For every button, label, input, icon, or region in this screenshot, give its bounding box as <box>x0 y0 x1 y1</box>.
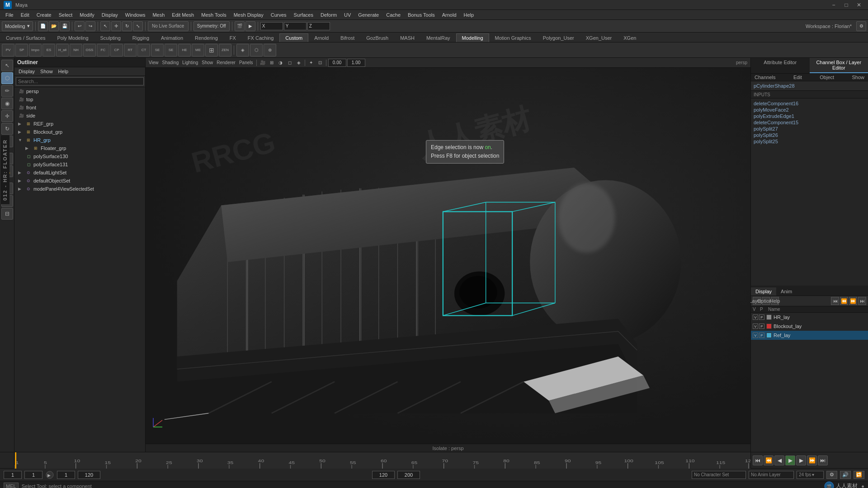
outliner-item-side[interactable]: 🎥 side <box>14 112 145 120</box>
menu-windows[interactable]: Windows <box>122 11 149 19</box>
outliner-item-model-panel-set[interactable]: ▶ ⊙ modelPanel4ViewSelectedSet <box>14 185 145 193</box>
maximize-button[interactable]: □ <box>841 1 852 9</box>
outliner-search-input[interactable] <box>16 77 144 85</box>
vp-texture-btn[interactable]: ◈ <box>295 59 303 67</box>
menu-uv[interactable]: UV <box>340 11 354 19</box>
shelf-tab-mash[interactable]: MASH <box>394 33 420 42</box>
play-first-btn[interactable]: ⏮ <box>753 455 763 465</box>
menu-generate[interactable]: Generate <box>354 11 382 19</box>
symmetry-btn[interactable]: Symmetry: Off <box>193 21 230 31</box>
cb-object-menu[interactable]: Object <box>818 75 836 80</box>
shelf-icon-sp[interactable]: SP <box>15 44 28 56</box>
layer-vis-blockout[interactable]: V <box>753 324 758 329</box>
menu-file[interactable]: File <box>2 11 17 19</box>
select-tool[interactable]: ↖ <box>1 60 13 71</box>
shelf-icon-zen[interactable]: ZEN <box>219 44 231 56</box>
shelf-tab-poly[interactable]: Poly Modeling <box>51 33 94 42</box>
menu-surfaces[interactable]: Surfaces <box>290 11 317 19</box>
lasso-tool[interactable]: ⬡ <box>1 72 13 84</box>
range-end-field-2[interactable] <box>372 471 395 479</box>
shelf-tab-rigging[interactable]: Rigging <box>127 33 155 42</box>
vp-panels-menu[interactable]: Panels <box>238 59 255 67</box>
vp-isolate-btn[interactable]: ⊡ <box>316 59 324 67</box>
attr-row-6[interactable]: polySplit26 <box>754 132 865 138</box>
y-coord[interactable]: Y <box>284 22 307 30</box>
play-last-btn[interactable]: ⏭ <box>818 455 828 465</box>
outliner-item-default-object-set[interactable]: ▶ ⊙ defaultObjectSet <box>14 177 145 185</box>
shelf-icon-es[interactable]: ES <box>42 44 55 56</box>
help-btn[interactable]: Help <box>771 297 779 305</box>
menu-arnold[interactable]: Arnold <box>439 11 460 19</box>
shelf-tab-sculpting[interactable]: Sculpting <box>94 33 127 42</box>
attr-row-5[interactable]: polySplit27 <box>754 126 865 132</box>
fps-display[interactable]: 24 fps ▾ <box>797 471 824 479</box>
shelf-icon-ct[interactable]: CT <box>137 44 150 56</box>
sculpt-tool[interactable]: ◉ <box>1 98 13 109</box>
x-coord[interactable]: X <box>260 22 283 30</box>
scale-tool-btn[interactable]: ⤡ <box>133 21 143 31</box>
ipr-btn[interactable]: ▶ <box>245 21 255 31</box>
vp-shade-btn[interactable]: ◑ <box>277 59 285 67</box>
rotate-tool-btn[interactable]: ↻ <box>122 21 132 31</box>
current-frame-field[interactable] <box>4 471 22 479</box>
attr-row-4[interactable]: deleteComponent15 <box>754 119 865 126</box>
play-btn[interactable]: ▶ <box>785 455 795 465</box>
layers-nav-prev[interactable]: ⏪ <box>840 297 848 305</box>
shelf-tab-rendering[interactable]: Rendering <box>189 33 224 42</box>
shelf-icon-se2[interactable]: SE <box>165 44 177 56</box>
move-tool-btn[interactable]: ✛ <box>111 21 121 31</box>
move-tool[interactable]: ✛ <box>1 110 13 122</box>
play-prev-key-btn[interactable]: ⏪ <box>764 455 774 465</box>
display-tab[interactable]: Display <box>751 287 776 296</box>
vp-camera-btn[interactable]: 🎥 <box>259 59 267 67</box>
vp-xray-btn[interactable]: ✦ <box>307 59 315 67</box>
undo-btn[interactable]: ↩ <box>75 21 85 31</box>
outliner-item-floater-grp[interactable]: ▶ ⊞ Floater_grp <box>14 144 145 152</box>
play-prev-btn[interactable]: ◀ <box>774 455 784 465</box>
shelf-icon-extra3[interactable]: ⊕ <box>264 44 276 56</box>
anim-tab[interactable]: Anim <box>776 287 797 296</box>
menu-cache[interactable]: Cache <box>382 11 404 19</box>
shelf-icon-h-all[interactable]: H_all <box>56 44 69 56</box>
shelf-tab-custom[interactable]: Custom <box>279 33 308 42</box>
outliner-item-front[interactable]: 🎥 front <box>14 103 145 112</box>
shelf-icon-pv[interactable]: PV <box>2 44 14 56</box>
vp-time-field2[interactable]: 1.00 <box>347 59 365 67</box>
cb-edit-menu[interactable]: Edit <box>792 75 804 80</box>
outliner-item-top[interactable]: 🎥 top <box>14 95 145 103</box>
workspace-settings-btn[interactable]: ⚙ <box>856 21 866 31</box>
shelf-icon-extra2[interactable]: ⬡ <box>250 44 263 56</box>
menu-modify[interactable]: Modify <box>76 11 98 19</box>
time-ruler[interactable]: 1 5 10 15 20 25 30 35 40 45 50 <box>14 452 750 469</box>
cb-show-menu[interactable]: Show <box>850 75 866 80</box>
select-tool-btn[interactable]: ↖ <box>100 21 110 31</box>
shelf-tab-bifrost[interactable]: Bifrost <box>335 33 360 42</box>
outliner-item-polysurface130[interactable]: ◻ polySurface130 <box>14 152 145 160</box>
anim-sound-btn[interactable]: 🔊 <box>840 471 851 479</box>
play-next-btn[interactable]: ▶ <box>796 455 806 465</box>
minimize-button[interactable]: − <box>828 1 839 9</box>
layer-p-hr[interactable]: P <box>759 314 764 320</box>
mel-toggle[interactable]: MEL <box>4 483 19 488</box>
vp-lighting-menu[interactable]: Lighting <box>181 59 199 67</box>
layers-nav-next[interactable]: ⏩ <box>849 297 857 305</box>
layers-nav-last[interactable]: ⏭ <box>858 297 866 305</box>
menu-edit-mesh[interactable]: Edit Mesh <box>168 11 198 19</box>
outliner-display-menu[interactable]: Display <box>16 68 37 75</box>
menu-mesh-tools[interactable]: Mesh Tools <box>198 11 230 19</box>
shelf-icon-oss[interactable]: OSS <box>83 44 96 56</box>
shelf-tab-arnold[interactable]: Arnold <box>308 33 335 42</box>
shelf-tab-mentalray[interactable]: MentalRay <box>420 33 456 42</box>
shelf-tab-motion-graphics[interactable]: Motion Graphics <box>489 33 537 42</box>
outliner-item-polysurface131[interactable]: ◻ polySurface131 <box>14 160 145 169</box>
shelf-icon-fc[interactable]: FC <box>97 44 109 56</box>
shelf-icon-rt[interactable]: RT <box>124 44 137 56</box>
layer-vis-hr[interactable]: V <box>753 314 758 320</box>
outliner-item-default-light-set[interactable]: ▶ ⊙ defaultLightSet <box>14 169 145 177</box>
attr-row-7[interactable]: polySplit25 <box>754 138 865 145</box>
layers-nav-first[interactable]: ⏮ <box>831 297 839 305</box>
save-btn[interactable]: 💾 <box>60 21 70 31</box>
shelf-icon-he[interactable]: HE <box>178 44 191 56</box>
menu-select[interactable]: Select <box>55 11 76 19</box>
outliner-help-menu[interactable]: Help <box>56 68 71 75</box>
